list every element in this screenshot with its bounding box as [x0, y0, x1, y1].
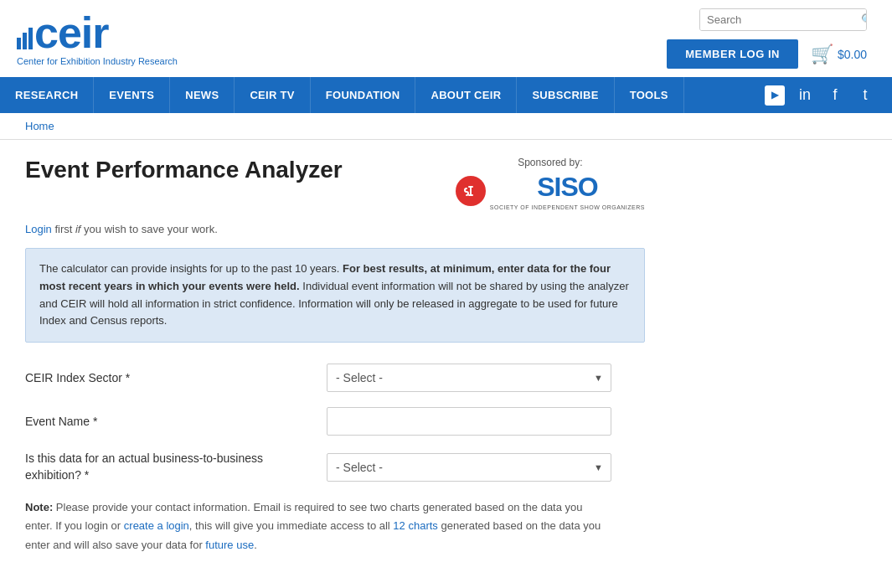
bar3 [28, 28, 33, 49]
header-actions: MEMBER LOG IN 🛒 $0.00 [667, 39, 867, 69]
b2b-select-wrapper: - Select - [327, 453, 611, 482]
note-text: Please provide your contact information.… [25, 501, 601, 550]
siso-circle-icon [456, 176, 486, 206]
nav-item-tools[interactable]: TOOLS [615, 77, 684, 113]
sponsored-label: Sponsored by: [456, 157, 645, 168]
breadcrumb: Home [0, 113, 892, 140]
breadcrumb-home[interactable]: Home [25, 120, 54, 132]
facebook-icon[interactable]: f [825, 85, 845, 106]
logo-bars [17, 24, 33, 49]
linkedin-icon[interactable]: in [795, 85, 815, 106]
member-login-button[interactable]: MEMBER LOG IN [667, 39, 798, 69]
page-header: Event Performance Analyzer Sponsored by:… [25, 157, 645, 210]
youtube-icon[interactable]: ▶ [765, 85, 785, 106]
siso-logo: SISO SOCIETY OF INDEPENDENT SHOW ORGANIZ… [456, 172, 645, 210]
logo-area: ceir Center for Exhibition Industry Rese… [17, 11, 178, 66]
form-group-sector: CEIR Index Sector * - Select - [25, 364, 645, 392]
bar2 [23, 33, 27, 49]
header-right: 🔍 MEMBER LOG IN 🛒 $0.00 [667, 8, 867, 69]
nav-item-foundation[interactable]: FOUNDATION [311, 77, 416, 113]
sponsored-area: Sponsored by: SISO SOCIETY OF INDEPENDEN… [456, 157, 645, 210]
logo-tagline: Center for Exhibition Industry Research [17, 56, 178, 66]
login-link[interactable]: Login [25, 223, 52, 235]
search-button[interactable]: 🔍 [854, 9, 867, 30]
b2b-label-line1: Is this data for an actual business-to-b… [25, 451, 263, 465]
login-note-suffix: first if you wish to save your work. [52, 223, 218, 235]
bar1 [17, 38, 21, 49]
b2b-label-line2: exhibition? * [25, 468, 89, 482]
cart-icon: 🛒 [811, 44, 833, 65]
info-box: The calculator can provide insights for … [25, 248, 645, 343]
nav-item-ceirtv[interactable]: CEIR TV [235, 77, 310, 113]
tumblr-icon[interactable]: t [855, 85, 875, 106]
nav-item-news[interactable]: NEWS [170, 77, 235, 113]
form-group-b2b: Is this data for an actual business-to-b… [25, 451, 645, 483]
nav: RESEARCH EVENTS NEWS CEIR TV FOUNDATION … [0, 77, 892, 113]
page-title: Event Performance Analyzer [25, 157, 343, 183]
nav-item-events[interactable]: EVENTS [94, 77, 170, 113]
siso-name: SISO SOCIETY OF INDEPENDENT SHOW ORGANIZ… [490, 172, 645, 210]
info-box-bold: For best results, at minimum, enter data… [39, 262, 611, 292]
nav-item-about[interactable]: ABOUT CEIR [415, 77, 517, 113]
main-content: Event Performance Analyzer Sponsored by:… [0, 140, 670, 588]
search-bar[interactable]: 🔍 [699, 8, 867, 31]
nav-links: RESEARCH EVENTS NEWS CEIR TV FOUNDATION … [0, 77, 684, 113]
event-name-label: Event Name * [25, 415, 327, 428]
cart-price: $0.00 [838, 48, 867, 61]
nav-item-subscribe[interactable]: SUBSCRIBE [517, 77, 614, 113]
b2b-select[interactable]: - Select - [327, 453, 611, 482]
event-name-input[interactable] [327, 407, 611, 436]
nav-social: ▶ in f t [765, 85, 892, 106]
sector-select-wrapper: - Select - [327, 364, 611, 392]
siso-svg-icon [461, 182, 480, 200]
header: ceir Center for Exhibition Industry Rese… [0, 0, 892, 77]
note-section: Note: Please provide your contact inform… [25, 498, 611, 554]
sector-label: CEIR Index Sector * [25, 371, 327, 384]
login-note: Login first if you wish to save your wor… [25, 223, 645, 235]
sector-select[interactable]: - Select - [327, 364, 611, 392]
charts-link[interactable]: 12 charts [393, 519, 437, 532]
cart-area[interactable]: 🛒 $0.00 [811, 44, 867, 65]
b2b-label: Is this data for an actual business-to-b… [25, 451, 327, 483]
create-login-link[interactable]: create a login [124, 519, 189, 532]
future-use-link[interactable]: future use [205, 539, 254, 551]
logo: ceir [17, 11, 178, 54]
note-label: Note: [25, 501, 53, 513]
nav-item-research[interactable]: RESEARCH [0, 77, 94, 113]
form-group-event-name: Event Name * [25, 407, 645, 436]
search-input[interactable] [700, 9, 854, 30]
